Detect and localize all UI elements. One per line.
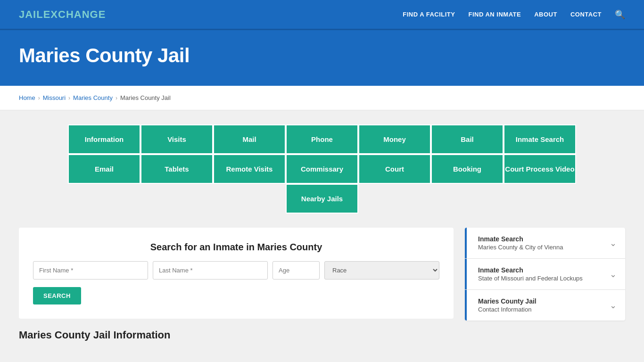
- logo[interactable]: JAILEXCHANGE: [19, 8, 106, 21]
- btn-nearby-jails[interactable]: Nearby Jails: [286, 184, 358, 214]
- sidebar-inmate-search-local[interactable]: Inmate Search Maries County & City of Vi…: [465, 228, 625, 259]
- main-content: Information Visits Mail Phone Money Bail…: [0, 110, 644, 362]
- sep-2: ›: [68, 95, 70, 101]
- age-input[interactable]: [272, 261, 320, 280]
- sidebar-accent-2: [465, 259, 467, 289]
- first-name-input[interactable]: [33, 261, 148, 280]
- button-row-2: Email Tablets Remote Visits Commissary C…: [68, 154, 576, 184]
- sep-1: ›: [38, 95, 40, 101]
- site-header: JAILEXCHANGE FIND A FACILITY FIND AN INM…: [0, 0, 644, 30]
- sidebar-item-subtitle-3: Contact Information: [478, 306, 537, 313]
- nav-about[interactable]: ABOUT: [534, 11, 557, 18]
- bottom-row: Search for an Inmate in Maries County Ra…: [19, 228, 625, 321]
- btn-bail[interactable]: Bail: [431, 124, 504, 154]
- sidebar-inmate-search-state[interactable]: Inmate Search State of Missouri and Fede…: [465, 259, 625, 290]
- search-button[interactable]: SEARCH: [33, 287, 81, 304]
- btn-inmate-search[interactable]: Inmate Search: [504, 124, 576, 154]
- feature-button-grid: Information Visits Mail Phone Money Bail…: [19, 124, 625, 214]
- page-title: Maries County Jail: [19, 44, 625, 67]
- sidebar-contact-info[interactable]: Maries County Jail Contact Information ⌄: [465, 290, 625, 321]
- btn-information[interactable]: Information: [68, 124, 140, 154]
- sidebar-item-text: Inmate Search Maries County & City of Vi…: [473, 235, 563, 251]
- btn-visits[interactable]: Visits: [140, 124, 213, 154]
- btn-booking[interactable]: Booking: [431, 154, 504, 184]
- sidebar-accent-3: [465, 290, 467, 321]
- logo-exchange: EXCHANGE: [43, 8, 106, 20]
- btn-tablets[interactable]: Tablets: [140, 154, 213, 184]
- breadcrumb-maries-county[interactable]: Maries County: [73, 94, 113, 101]
- btn-phone[interactable]: Phone: [286, 124, 358, 154]
- chevron-down-icon-3: ⌄: [610, 300, 617, 311]
- inmate-search-form: Search for an Inmate in Maries County Ra…: [19, 228, 454, 319]
- sidebar-item-text-3: Maries County Jail Contact Information: [473, 297, 537, 313]
- sidebar-accent: [465, 228, 467, 258]
- search-form-title: Search for an Inmate in Maries County: [33, 242, 439, 253]
- btn-remote-visits[interactable]: Remote Visits: [213, 154, 286, 184]
- breadcrumb-current: Maries County Jail: [120, 94, 171, 101]
- section-heading-wrapper: Maries County Jail Information: [19, 329, 625, 344]
- breadcrumb-home[interactable]: Home: [19, 94, 35, 101]
- breadcrumb: Home › Missouri › Maries County › Maries…: [0, 86, 644, 110]
- button-row-1: Information Visits Mail Phone Money Bail…: [68, 124, 576, 154]
- btn-money[interactable]: Money: [358, 124, 431, 154]
- section-heading: Maries County Jail Information: [19, 329, 625, 344]
- sidebar-item-subtitle-2: State of Missouri and Federal Lockups: [478, 275, 583, 282]
- sep-3: ›: [116, 95, 117, 101]
- button-row-3: Nearby Jails: [286, 184, 358, 214]
- search-form-fields: Race White Black Hispanic Asian Other: [33, 261, 439, 280]
- btn-mail[interactable]: Mail: [213, 124, 286, 154]
- btn-commissary[interactable]: Commissary: [286, 154, 358, 184]
- header-search-icon[interactable]: 🔍: [615, 9, 625, 20]
- chevron-down-icon: ⌄: [610, 238, 617, 248]
- last-name-input[interactable]: [153, 261, 268, 280]
- sidebar-item-title-2: Inmate Search: [478, 266, 583, 274]
- btn-email[interactable]: Email: [68, 154, 140, 184]
- main-nav: FIND A FACILITY FIND AN INMATE ABOUT CON…: [403, 9, 625, 20]
- btn-court[interactable]: Court: [358, 154, 431, 184]
- sidebar-panel: Inmate Search Maries County & City of Vi…: [465, 228, 625, 321]
- btn-court-process-video[interactable]: Court Process Video: [504, 154, 576, 184]
- nav-contact[interactable]: CONTACT: [570, 11, 602, 18]
- sidebar-item-title: Inmate Search: [478, 235, 563, 243]
- sidebar-item-text-2: Inmate Search State of Missouri and Fede…: [473, 266, 583, 282]
- chevron-down-icon-2: ⌄: [610, 269, 617, 280]
- race-select[interactable]: Race White Black Hispanic Asian Other: [324, 261, 439, 280]
- nav-find-facility[interactable]: FIND A FACILITY: [403, 11, 455, 18]
- breadcrumb-missouri[interactable]: Missouri: [43, 94, 66, 101]
- logo-jail: JAIL: [19, 8, 43, 20]
- sidebar-item-title-3: Maries County Jail: [478, 297, 537, 305]
- nav-find-inmate[interactable]: FIND AN INMATE: [468, 11, 521, 18]
- sidebar-item-subtitle: Maries County & City of Vienna: [478, 244, 563, 251]
- hero-section: Maries County Jail: [0, 30, 644, 86]
